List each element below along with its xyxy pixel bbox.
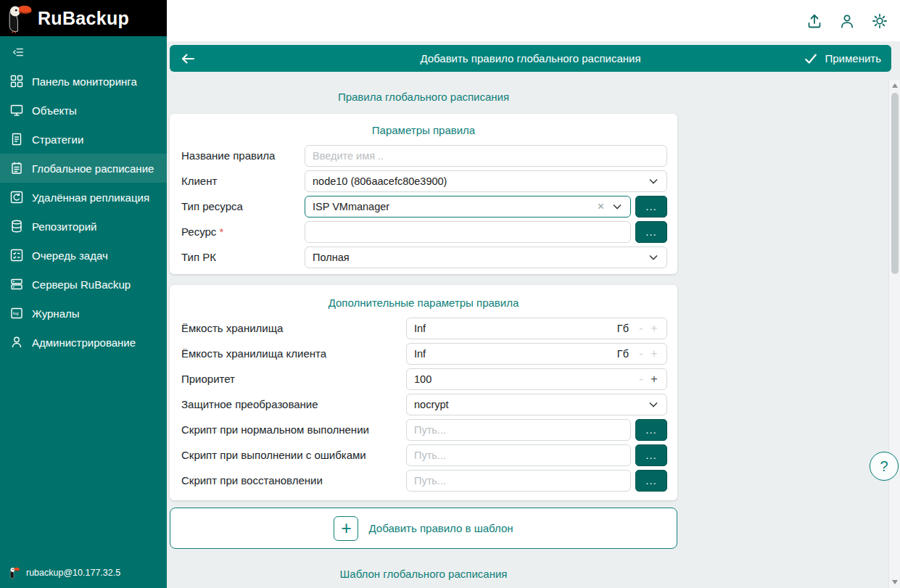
storage-capacity-row: Ёмкость хранилища Inf Гб - + bbox=[178, 315, 669, 341]
crypt-label: Защитное преобразование bbox=[181, 398, 406, 410]
add-rule-to-template-label: Добавить правило в шаблон bbox=[368, 522, 513, 534]
script-error-label: Скрипт при выполнении с ошибками bbox=[181, 449, 406, 461]
client-row: Клиент node10 (806aacefc80e3900) bbox=[178, 168, 669, 194]
client-select[interactable]: node10 (806aacefc80e3900) bbox=[305, 170, 667, 192]
sidebar-item-label: Объекты bbox=[32, 104, 77, 117]
sidebar-item-monitoring[interactable]: Панель мониторинга bbox=[0, 67, 167, 96]
sidebar-item-servers[interactable]: Серверы RuBackup bbox=[0, 270, 167, 299]
required-asterisk: * bbox=[220, 225, 224, 238]
vertical-scrollbar[interactable] bbox=[888, 80, 900, 588]
collapse-menu-icon bbox=[12, 46, 25, 59]
sidebar-collapse-button[interactable] bbox=[0, 39, 167, 65]
decrement-button[interactable]: - bbox=[635, 347, 648, 360]
increment-button[interactable]: + bbox=[648, 347, 661, 360]
sidebar-item-label: Репозиторий bbox=[32, 220, 96, 233]
sidebar-item-remote-replication[interactable]: Удалённая репликация bbox=[0, 183, 167, 212]
help-label: ? bbox=[880, 458, 888, 475]
sidebar-item-administration[interactable]: Администрирование bbox=[0, 328, 167, 357]
sidebar-item-label: Серверы RuBackup bbox=[32, 278, 131, 291]
sidebar-footer: rubackup@10.177.32.5 bbox=[0, 558, 167, 588]
toucan-small-icon bbox=[9, 566, 20, 579]
sidebar-item-strategies[interactable]: Стратегии bbox=[0, 125, 167, 154]
script-normal-label: Скрипт при нормальном выполнении bbox=[181, 423, 406, 436]
resource-type-select[interactable]: ISP VMmanager × bbox=[305, 196, 631, 218]
scroll-up-button[interactable] bbox=[889, 80, 900, 91]
document-icon bbox=[9, 132, 24, 146]
resource-type-value: ISP VMmanager bbox=[313, 201, 389, 212]
backup-type-select[interactable]: Полная bbox=[305, 247, 667, 268]
priority-row: Приоритет 100 - + bbox=[178, 366, 669, 392]
resource-input[interactable] bbox=[305, 221, 631, 243]
help-button[interactable]: ? bbox=[870, 452, 899, 481]
unit-label: Гб bbox=[617, 348, 629, 360]
sidebar-item-repository[interactable]: Репозиторий bbox=[0, 212, 167, 241]
export-icon[interactable] bbox=[806, 13, 822, 29]
increment-button[interactable]: + bbox=[648, 322, 661, 335]
sidebar-item-global-schedule[interactable]: Глобальное расписание bbox=[0, 154, 167, 183]
client-capacity-row: Ёмкость хранилища клиента Inf Гб - + bbox=[178, 341, 669, 366]
settings-gear-icon[interactable] bbox=[872, 13, 888, 29]
apply-button[interactable]: Применить bbox=[804, 51, 881, 66]
script-restore-label: Скрипт при восстановлении bbox=[181, 474, 406, 486]
client-capacity-field[interactable]: Inf Гб - + bbox=[406, 343, 667, 365]
scroll-down-button[interactable] bbox=[889, 576, 900, 588]
storage-capacity-value: Inf bbox=[414, 323, 613, 334]
script-restore-input[interactable] bbox=[406, 470, 631, 492]
backup-type-label: Тип РК bbox=[181, 251, 305, 263]
sidebar-item-logs[interactable]: log Журналы bbox=[0, 299, 167, 328]
sidebar-item-task-queue[interactable]: Очередь задач bbox=[0, 241, 167, 270]
main-content: Добавить правило глобального расписания … bbox=[167, 41, 900, 588]
section-title-template: Шаблон глобального расписания bbox=[170, 568, 677, 580]
clear-icon[interactable]: × bbox=[598, 201, 604, 212]
user-icon[interactable] bbox=[839, 13, 855, 29]
resource-browse-button[interactable]: ... bbox=[635, 221, 667, 243]
sidebar-item-label: Глобальное расписание bbox=[32, 162, 154, 175]
database-icon bbox=[9, 219, 24, 233]
checklist-icon bbox=[9, 248, 24, 262]
topbar bbox=[167, 0, 900, 41]
decrement-button[interactable]: - bbox=[635, 322, 648, 335]
app-logo-text: RuBackup bbox=[38, 8, 129, 29]
script-error-row: Скрипт при выполнении с ошибками ... bbox=[178, 442, 669, 468]
sidebar-item-label: Стратегии bbox=[32, 133, 83, 146]
rule-parameters-title: Параметры правила bbox=[178, 118, 669, 143]
check-icon bbox=[804, 51, 818, 66]
chevron-down-icon bbox=[649, 402, 658, 407]
apply-button-label: Применить bbox=[825, 52, 881, 65]
resource-type-browse-button[interactable]: ... bbox=[635, 196, 667, 218]
sidebar: RuBackup Панель мониторинга Объекты Стра… bbox=[0, 0, 167, 588]
resource-type-label: Тип ресурса bbox=[181, 200, 305, 212]
client-capacity-value: Inf bbox=[414, 348, 613, 360]
action-bar: Добавить правило глобального расписания … bbox=[170, 45, 891, 72]
rule-name-input[interactable] bbox=[305, 145, 667, 167]
sidebar-item-objects[interactable]: Объекты bbox=[0, 96, 167, 125]
priority-field[interactable]: 100 - + bbox=[406, 368, 667, 390]
client-select-value: node10 (806aacefc80e3900) bbox=[313, 175, 447, 187]
section-title-rules: Правила глобального расписания bbox=[170, 91, 677, 103]
scrollbar-thumb[interactable] bbox=[891, 93, 899, 274]
triangle-down-icon bbox=[892, 580, 898, 584]
script-restore-row: Скрипт при восстановлении ... bbox=[178, 468, 669, 493]
script-normal-row: Скрипт при нормальном выполнении ... bbox=[178, 417, 669, 442]
script-normal-input[interactable] bbox=[406, 419, 631, 441]
page-title: Добавить правило глобального расписания bbox=[170, 52, 891, 65]
priority-value: 100 bbox=[414, 373, 635, 385]
client-capacity-label: Ёмкость хранилища клиента bbox=[181, 347, 406, 360]
script-normal-browse-button[interactable]: ... bbox=[635, 419, 667, 441]
crypt-select[interactable]: nocrypt bbox=[406, 394, 667, 415]
script-restore-browse-button[interactable]: ... bbox=[635, 470, 667, 492]
rule-name-label: Название правила bbox=[181, 149, 305, 162]
increment-button[interactable]: + bbox=[648, 373, 661, 386]
script-error-input[interactable] bbox=[406, 444, 631, 466]
storage-capacity-label: Ёмкость хранилища bbox=[181, 322, 406, 334]
add-rule-to-template-button[interactable]: + Добавить правило в шаблон bbox=[170, 508, 677, 549]
servers-icon bbox=[9, 277, 24, 291]
backup-type-row: Тип РК Полная bbox=[178, 244, 669, 270]
back-arrow-icon[interactable] bbox=[180, 51, 196, 67]
schedule-icon bbox=[9, 161, 24, 175]
priority-label: Приоритет bbox=[181, 373, 406, 385]
storage-capacity-field[interactable]: Inf Гб - + bbox=[406, 318, 667, 339]
decrement-button[interactable]: - bbox=[635, 373, 648, 386]
rule-name-row: Название правила bbox=[178, 143, 669, 168]
script-error-browse-button[interactable]: ... bbox=[635, 444, 667, 466]
